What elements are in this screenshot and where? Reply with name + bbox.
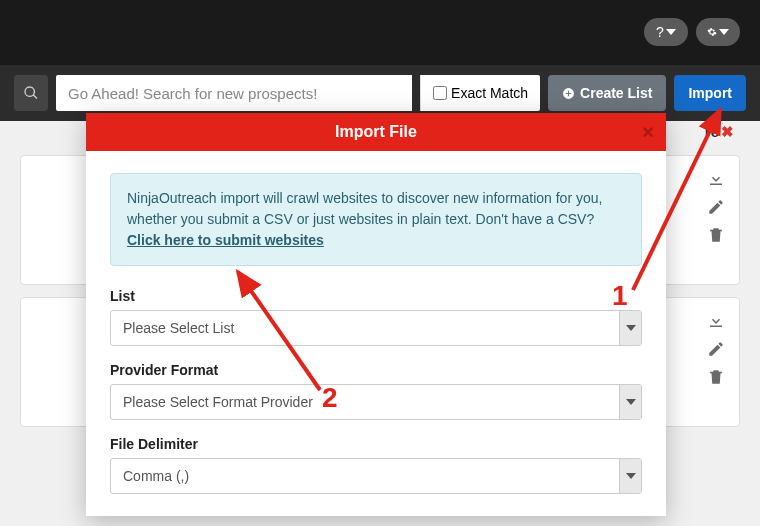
plus-circle-icon [562, 87, 575, 100]
delimiter-selected-value: Comma (,) [111, 468, 619, 484]
brand-fragment: re✖ [705, 123, 734, 141]
delimiter-select[interactable]: Comma (,) [110, 458, 642, 494]
annotation-number-2: 2 [322, 382, 338, 414]
exact-match-label: Exact Match [451, 85, 528, 101]
caret-down-icon [719, 27, 729, 37]
close-x-icon: ✖ [721, 123, 734, 140]
chevron-down-icon [619, 311, 641, 345]
info-box: NinjaOutreach import will crawl websites… [110, 173, 642, 266]
exact-match-toggle[interactable]: Exact Match [420, 75, 540, 111]
info-text: NinjaOutreach import will crawl websites… [127, 190, 602, 227]
list-selected-value: Please Select List [111, 320, 619, 336]
import-button[interactable]: Import [674, 75, 746, 111]
exact-match-checkbox[interactable] [433, 86, 447, 100]
annotation-number-1: 1 [612, 280, 628, 312]
import-label: Import [688, 85, 732, 101]
delimiter-label: File Delimiter [110, 436, 642, 452]
edit-icon[interactable] [707, 198, 725, 216]
modal-close-button[interactable]: × [642, 122, 654, 142]
provider-select[interactable]: Please Select Format Provider [110, 384, 642, 420]
gear-icon [707, 27, 717, 37]
search-input[interactable] [56, 75, 412, 111]
card-actions [707, 312, 725, 412]
settings-button[interactable] [696, 18, 740, 46]
search-icon [23, 85, 39, 101]
field-list: List Please Select List [110, 288, 642, 346]
modal-body: NinjaOutreach import will crawl websites… [86, 151, 666, 516]
provider-label: Provider Format [110, 362, 642, 378]
caret-down-icon [666, 27, 676, 37]
import-modal: Import File × NinjaOutreach import will … [86, 113, 666, 516]
card-actions [707, 170, 725, 270]
create-list-label: Create List [580, 85, 652, 101]
trash-icon[interactable] [707, 226, 725, 244]
chevron-down-icon [619, 385, 641, 419]
top-header: ? [0, 0, 760, 65]
edit-icon[interactable] [707, 340, 725, 358]
help-button[interactable]: ? [644, 18, 688, 46]
provider-selected-value: Please Select Format Provider [111, 394, 619, 410]
submit-websites-link[interactable]: Click here to submit websites [127, 232, 324, 248]
modal-title: Import File [335, 123, 417, 140]
search-icon-box[interactable] [14, 75, 48, 111]
download-icon[interactable] [707, 312, 725, 330]
chevron-down-icon [619, 459, 641, 493]
list-select[interactable]: Please Select List [110, 310, 642, 346]
create-list-button[interactable]: Create List [548, 75, 666, 111]
field-provider: Provider Format Please Select Format Pro… [110, 362, 642, 420]
field-delimiter: File Delimiter Comma (,) [110, 436, 642, 494]
trash-icon[interactable] [707, 368, 725, 386]
download-icon[interactable] [707, 170, 725, 188]
help-label: ? [656, 24, 664, 40]
modal-header: Import File × [86, 113, 666, 151]
list-label: List [110, 288, 642, 304]
